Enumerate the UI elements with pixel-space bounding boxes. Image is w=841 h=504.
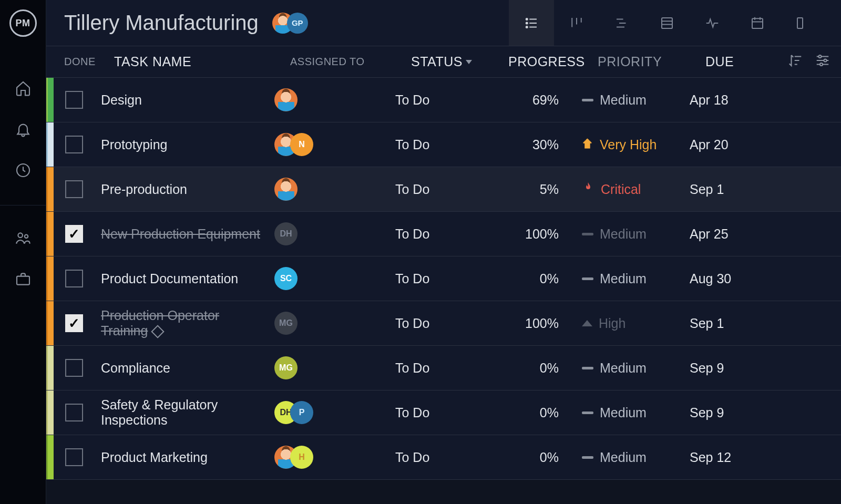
task-name[interactable]: Production Operator Training	[101, 308, 274, 338]
task-name[interactable]: Pre-production	[101, 182, 274, 197]
task-priority[interactable]: Medium	[582, 92, 690, 108]
done-checkbox[interactable]	[65, 404, 83, 421]
task-due[interactable]: Apr 20	[690, 137, 830, 152]
col-priority[interactable]: PRIORITY	[598, 54, 705, 69]
briefcase-icon[interactable]	[15, 271, 32, 290]
task-name[interactable]: Product Marketing	[101, 450, 274, 465]
task-priority[interactable]: Medium	[582, 361, 690, 376]
avatar-initials[interactable]: GP	[287, 13, 308, 34]
task-status[interactable]: To Do	[395, 182, 493, 197]
avatar-initials[interactable]: MG	[274, 312, 298, 335]
col-status[interactable]: STATUS	[411, 54, 508, 69]
task-row[interactable]: Pre-productionTo Do5%CriticalSep 1	[46, 167, 841, 212]
task-row[interactable]: New Production EquipmentDHTo Do100%Mediu…	[46, 212, 841, 256]
avatar-face[interactable]	[274, 88, 298, 111]
task-status[interactable]: To Do	[395, 450, 493, 465]
task-priority[interactable]: Medium	[582, 227, 690, 242]
task-priority[interactable]: 🡅Very High	[582, 137, 690, 152]
task-row[interactable]: Safety & Regulatory InspectionsDHPTo Do0…	[46, 390, 841, 435]
task-status[interactable]: To Do	[395, 227, 493, 242]
svg-point-1	[18, 233, 23, 238]
task-priority[interactable]: Medium	[582, 405, 690, 420]
view-activity-icon[interactable]	[690, 0, 735, 46]
task-row[interactable]: Product DocumentationSCTo Do0%MediumAug …	[46, 256, 841, 301]
task-priority[interactable]: Medium	[582, 271, 690, 286]
col-task-name[interactable]: TASK NAME	[114, 54, 290, 69]
done-checkbox[interactable]	[65, 91, 83, 109]
done-checkbox[interactable]	[65, 225, 83, 243]
task-priority[interactable]: High	[582, 316, 690, 331]
task-due[interactable]: Sep 9	[690, 361, 830, 376]
assignees[interactable]: DHP	[274, 401, 395, 424]
view-gantt-icon[interactable]	[599, 0, 644, 46]
view-sheet-icon[interactable]	[644, 0, 690, 46]
clock-icon[interactable]	[15, 162, 32, 181]
avatar-initials[interactable]: P	[290, 401, 313, 424]
header-avatars[interactable]: GP	[272, 13, 308, 34]
done-checkbox[interactable]	[65, 314, 83, 332]
task-status[interactable]: To Do	[395, 271, 493, 286]
view-list-icon[interactable]	[509, 0, 554, 46]
task-due[interactable]: Aug 30	[690, 271, 830, 286]
task-name[interactable]: Design	[101, 92, 274, 108]
assignees[interactable]	[274, 88, 395, 111]
task-name[interactable]: Compliance	[101, 361, 274, 376]
done-checkbox[interactable]	[65, 448, 83, 466]
task-row[interactable]: DesignTo Do69%MediumApr 18	[46, 78, 841, 122]
task-row[interactable]: Production Operator TrainingMGTo Do100%H…	[46, 301, 841, 346]
task-status[interactable]: To Do	[395, 405, 493, 420]
filter-icon[interactable]	[815, 53, 830, 71]
done-checkbox[interactable]	[65, 270, 83, 287]
assignees[interactable]: DH	[274, 222, 395, 245]
assignees[interactable]: H	[274, 446, 395, 469]
avatar-initials[interactable]: H	[290, 446, 313, 469]
assignees[interactable]	[274, 178, 395, 201]
svg-point-2	[24, 234, 27, 238]
task-name[interactable]: New Production Equipment	[101, 227, 274, 242]
assignees[interactable]: N	[274, 133, 395, 156]
task-name[interactable]: Prototyping	[101, 137, 274, 152]
assignees[interactable]: SC	[274, 267, 395, 290]
task-status[interactable]: To Do	[395, 316, 493, 331]
task-name[interactable]: Safety & Regulatory Inspections	[101, 397, 274, 428]
view-calendar-icon[interactable]	[735, 0, 780, 46]
task-name[interactable]: Product Documentation	[101, 271, 274, 286]
col-assigned[interactable]: ASSIGNED TO	[290, 56, 411, 68]
avatar-face[interactable]	[274, 178, 298, 201]
task-priority[interactable]: Medium	[582, 450, 690, 465]
task-row[interactable]: Product MarketingHTo Do0%MediumSep 12	[46, 435, 841, 480]
col-progress[interactable]: PROGRESS	[508, 54, 598, 69]
avatar-initials[interactable]: SC	[274, 267, 298, 290]
task-status[interactable]: To Do	[395, 137, 493, 152]
task-due[interactable]: Apr 25	[690, 227, 830, 242]
task-row[interactable]: ComplianceMGTo Do0%MediumSep 9	[46, 346, 841, 390]
avatar-initials[interactable]: N	[290, 133, 313, 156]
task-row[interactable]: PrototypingNTo Do30%🡅Very HighApr 20	[46, 122, 841, 167]
people-icon[interactable]	[15, 230, 32, 249]
task-progress: 5%	[493, 182, 582, 197]
task-priority[interactable]: Critical	[582, 181, 690, 197]
task-status[interactable]: To Do	[395, 361, 493, 376]
task-due[interactable]: Sep 12	[690, 450, 830, 465]
task-due[interactable]: Sep 9	[690, 405, 830, 420]
sort-icon[interactable]	[787, 53, 803, 71]
avatar-initials[interactable]: DH	[274, 222, 298, 245]
col-done[interactable]: DONE	[64, 56, 114, 68]
task-due[interactable]: Apr 18	[690, 92, 830, 108]
done-checkbox[interactable]	[65, 180, 83, 198]
done-checkbox[interactable]	[65, 359, 83, 377]
view-board-icon[interactable]	[554, 0, 599, 46]
task-progress: 30%	[493, 137, 582, 152]
done-checkbox[interactable]	[65, 136, 83, 153]
assignees[interactable]: MG	[274, 356, 395, 379]
assignees[interactable]: MG	[274, 312, 395, 335]
task-due[interactable]: Sep 1	[690, 316, 830, 331]
task-status[interactable]: To Do	[395, 92, 493, 108]
task-due[interactable]: Sep 1	[690, 182, 830, 197]
task-progress: 0%	[493, 361, 582, 376]
col-due[interactable]: DUE	[705, 54, 787, 69]
avatar-initials[interactable]: MG	[274, 356, 298, 379]
bell-icon[interactable]	[15, 121, 32, 140]
home-icon[interactable]	[15, 80, 32, 99]
view-more-icon[interactable]	[780, 0, 825, 46]
